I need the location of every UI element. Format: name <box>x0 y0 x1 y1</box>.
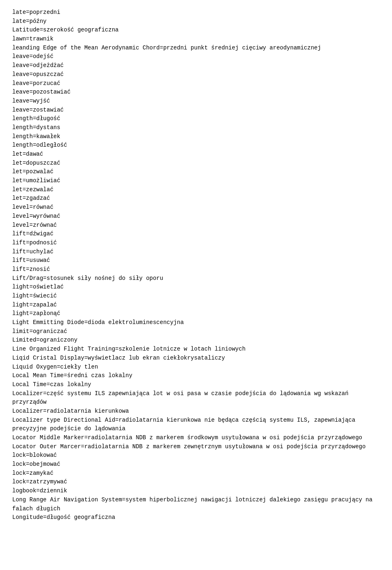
dictionary-content: late=poprzedni late=późny Latitude=szero… <box>12 8 380 522</box>
